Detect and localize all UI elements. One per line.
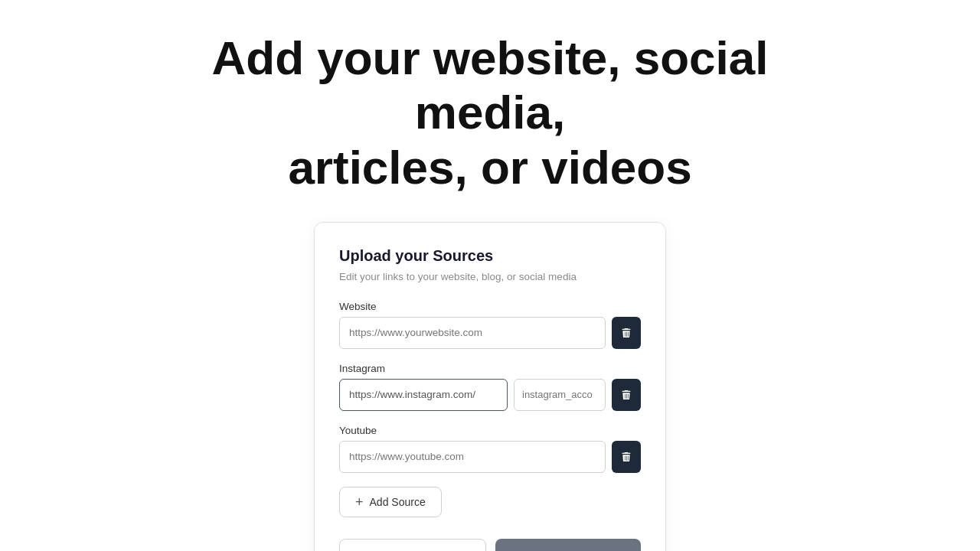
website-input-row — [339, 317, 641, 349]
youtube-label: Youtube — [339, 425, 641, 436]
instagram-delete-button[interactable] — [612, 379, 641, 411]
create-button[interactable]: Create — [495, 539, 641, 551]
instagram-field-group: Instagram — [339, 363, 641, 411]
action-row: Cancel Create — [339, 539, 641, 551]
trash-icon — [620, 451, 632, 463]
website-input[interactable] — [339, 317, 606, 349]
upload-sources-card: Upload your Sources Edit your links to y… — [314, 222, 666, 551]
add-source-label: Add Source — [370, 496, 426, 508]
website-delete-button[interactable] — [612, 317, 641, 349]
plus-icon: + — [355, 495, 364, 509]
youtube-input[interactable] — [339, 441, 606, 473]
cancel-button[interactable]: Cancel — [339, 539, 486, 551]
website-field-group: Website — [339, 301, 641, 349]
instagram-input-row — [339, 379, 641, 411]
instagram-label: Instagram — [339, 363, 641, 374]
trash-icon — [620, 327, 632, 339]
youtube-field-group: Youtube — [339, 425, 641, 473]
youtube-delete-button[interactable] — [612, 441, 641, 473]
card-title: Upload your Sources — [339, 247, 641, 265]
card-subtitle: Edit your links to your website, blog, o… — [339, 271, 641, 282]
youtube-input-row — [339, 441, 641, 473]
instagram-url-input[interactable] — [339, 379, 508, 411]
add-source-button[interactable]: + Add Source — [339, 487, 442, 517]
instagram-account-input[interactable] — [514, 379, 606, 411]
page-heading: Add your website, social media, articles… — [145, 31, 835, 194]
website-label: Website — [339, 301, 641, 312]
trash-icon — [620, 389, 632, 401]
